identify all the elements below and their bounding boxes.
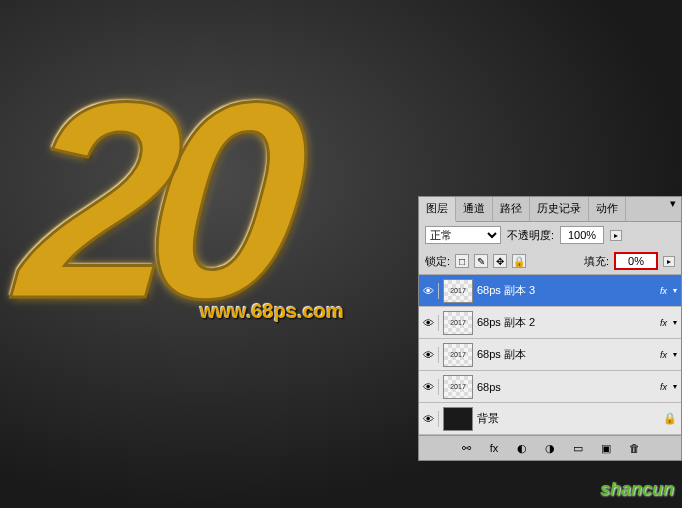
- layer-thumbnail[interactable]: 2017: [443, 311, 473, 335]
- layer-row[interactable]: 👁 背景 🔒: [419, 403, 681, 435]
- fx-badge[interactable]: fx: [660, 350, 669, 360]
- new-layer-icon[interactable]: ▣: [597, 440, 615, 456]
- link-layers-icon[interactable]: ⚯: [457, 440, 475, 456]
- chevron-down-icon[interactable]: ▾: [673, 286, 677, 295]
- layer-name-label[interactable]: 背景: [477, 411, 659, 426]
- chevron-down-icon[interactable]: ▾: [673, 382, 677, 391]
- panel-tabs: 图层 通道 路径 历史记录 动作 ▾: [419, 197, 681, 222]
- layer-style-icon[interactable]: fx: [485, 440, 503, 456]
- layer-thumbnail[interactable]: [443, 407, 473, 431]
- visibility-eye-icon[interactable]: 👁: [423, 379, 439, 395]
- lock-icon: 🔒: [663, 412, 677, 425]
- layer-name-label[interactable]: 68ps: [477, 381, 656, 393]
- layer-row[interactable]: 👁 2017 68ps 副本 fx ▾: [419, 339, 681, 371]
- layer-thumbnail[interactable]: 2017: [443, 343, 473, 367]
- layer-row[interactable]: 👁 2017 68ps fx ▾: [419, 371, 681, 403]
- lock-all-icon[interactable]: 🔒: [512, 254, 526, 268]
- layer-name-label[interactable]: 68ps 副本 2: [477, 315, 656, 330]
- lock-transparency-icon[interactable]: □: [455, 254, 469, 268]
- layer-name-label[interactable]: 68ps 副本: [477, 347, 656, 362]
- delete-layer-icon[interactable]: 🗑: [625, 440, 643, 456]
- visibility-eye-icon[interactable]: 👁: [423, 283, 439, 299]
- chevron-down-icon[interactable]: ▾: [673, 318, 677, 327]
- layer-name-label[interactable]: 68ps 副本 3: [477, 283, 656, 298]
- watermark-url: www.68ps.com: [200, 300, 344, 323]
- blend-mode-row: 正常 不透明度: ▸: [419, 222, 681, 248]
- lock-pixels-icon[interactable]: ✎: [474, 254, 488, 268]
- layer-row[interactable]: 👁 2017 68ps 副本 3 fx ▾: [419, 275, 681, 307]
- visibility-eye-icon[interactable]: 👁: [423, 411, 439, 427]
- opacity-label: 不透明度:: [507, 228, 554, 243]
- layer-thumbnail[interactable]: 2017: [443, 375, 473, 399]
- panel-menu-icon[interactable]: ▾: [665, 197, 681, 221]
- layer-group-icon[interactable]: ▭: [569, 440, 587, 456]
- visibility-eye-icon[interactable]: 👁: [423, 347, 439, 363]
- fx-badge[interactable]: fx: [660, 286, 669, 296]
- tab-layers[interactable]: 图层: [419, 197, 456, 222]
- tab-channels[interactable]: 通道: [456, 197, 493, 221]
- adjustment-layer-icon[interactable]: ◑: [541, 440, 559, 456]
- layer-thumbnail[interactable]: 2017: [443, 279, 473, 303]
- fx-badge[interactable]: fx: [660, 382, 669, 392]
- layers-panel: 图层 通道 路径 历史记录 动作 ▾ 正常 不透明度: ▸ 锁定: □ ✎ ✥ …: [418, 196, 682, 461]
- tab-actions[interactable]: 动作: [589, 197, 626, 221]
- tab-paths[interactable]: 路径: [493, 197, 530, 221]
- lock-position-icon[interactable]: ✥: [493, 254, 507, 268]
- blend-mode-select[interactable]: 正常: [425, 226, 501, 244]
- lock-label: 锁定:: [425, 254, 450, 269]
- opacity-input[interactable]: [560, 226, 604, 244]
- fill-input[interactable]: [614, 252, 658, 270]
- fill-label: 填充:: [584, 254, 609, 269]
- tab-history[interactable]: 历史记录: [530, 197, 589, 221]
- lock-row: 锁定: □ ✎ ✥ 🔒 填充: ▸: [419, 248, 681, 275]
- layer-list: 👁 2017 68ps 副本 3 fx ▾ 👁 2017 68ps 副本 2 f…: [419, 275, 681, 435]
- fx-badge[interactable]: fx: [660, 318, 669, 328]
- layer-mask-icon[interactable]: ◐: [513, 440, 531, 456]
- fill-arrow-icon[interactable]: ▸: [663, 256, 675, 267]
- chevron-down-icon[interactable]: ▾: [673, 350, 677, 359]
- visibility-eye-icon[interactable]: 👁: [423, 315, 439, 331]
- panel-footer: ⚯ fx ◐ ◑ ▭ ▣ 🗑: [419, 435, 681, 460]
- layer-row[interactable]: 👁 2017 68ps 副本 2 fx ▾: [419, 307, 681, 339]
- watermark-logo: shancun: [600, 479, 674, 500]
- opacity-arrow-icon[interactable]: ▸: [610, 230, 622, 241]
